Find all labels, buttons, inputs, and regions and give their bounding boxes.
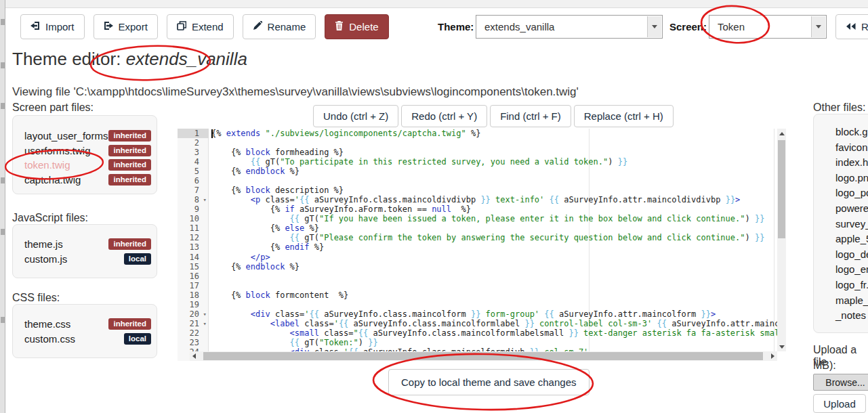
code-line-14: </p> [211,253,270,262]
rename-button[interactable]: Rename [243,14,316,39]
rename-label: Rename [268,21,306,32]
other-file-logo-pn[interactable]: logo.pn [814,171,868,186]
code-line-3: {% block formheading %} [211,148,344,157]
browse-button[interactable]: Browse... [813,374,868,391]
chevron-down-icon [811,16,825,37]
local-badge: local [124,253,151,265]
clipped-left-panel [0,0,5,413]
line-number-7: 7 [178,186,209,195]
theme-select[interactable]: extends_vanilla [476,15,663,39]
inherited-badge: inherited [108,174,151,186]
vertical-scrollbar[interactable] [777,129,786,351]
window-top-strip [5,0,868,8]
copy-to-local-theme-button[interactable]: Copy to local theme and save changes [388,369,590,395]
redo-button[interactable]: Redo (ctrl + Y) [401,105,487,127]
other-file-favicon-[interactable]: favicon. [814,140,868,156]
return-button[interactable]: Retu [835,14,868,39]
file-item-custom-css[interactable]: custom.csslocal [13,332,157,347]
line-number-22: 22 [178,328,209,338]
line-number-5: 5 [178,167,209,176]
fold-arrow-icon[interactable]: ▾ [203,195,207,204]
other-file-survey-[interactable]: survey_ [814,217,868,232]
line-number-20: 20▾ [178,309,209,319]
screen-select-value: Token [718,21,745,32]
vertical-scroll-thumb[interactable] [778,140,785,238]
line-number-3: 3 [178,148,209,157]
scroll-down-icon [779,345,785,349]
other-file-powered[interactable]: powered [814,201,868,217]
export-button[interactable]: Export [94,14,158,39]
scroll-left-icon [192,353,196,359]
find-button[interactable]: Find (ctrl + F) [490,105,571,127]
return-label: Retu [861,21,868,32]
css-files-panel: theme.cssinheritedcustom.csslocal [12,304,157,358]
editor-toolbar: Undo (ctrl + Z) Redo (ctrl + Y) Find (ct… [313,105,674,127]
line-number-14: 14 [178,253,209,262]
other-file-block-gi[interactable]: block.gi [814,125,868,140]
editor-ruler-120 [774,129,774,351]
copy-icon [177,21,186,32]
line-number-1: 1 [178,129,209,138]
file-item-userforms-twig[interactable]: userforms.twiginherited [13,144,157,158]
code-line-11: {% else %} [211,223,319,233]
chevron-down-icon [647,16,661,37]
inherited-badge: inherited [108,159,151,171]
other-file-maple-[interactable]: maple_ [814,293,868,309]
code-line-13: {% endif %} [211,242,324,252]
file-name: theme.css [24,318,70,330]
file-item-captcha-twig[interactable]: captcha.twiginherited [13,173,157,188]
undo-button[interactable]: Undo (ctrl + Z) [313,105,398,127]
code-line-20: <div class='{{ aSurveyInfo.class.maincol… [211,309,716,319]
file-item-layout-user-forms-twig[interactable]: layout_user_forms.twiginherited [13,129,157,144]
file-item-theme-js[interactable]: theme.jsinherited [13,237,157,252]
fold-arrow-icon[interactable]: ▾ [203,319,207,328]
code-line-5: {% endblock %} [211,167,299,176]
code-line-22: <small class="{{ aSurveyInfo.class.mainc… [211,328,786,338]
line-number-17: 17 [178,281,209,290]
extend-label: Extend [192,21,224,32]
file-name: custom.css [24,333,75,345]
code-line-15: {% endblock %} [211,262,299,271]
delete-button[interactable]: Delete [325,14,388,39]
code-line-7: {% block description %} [211,186,344,195]
css-files-header: CSS files: [12,292,60,304]
text-cursor [211,129,213,138]
horizontal-scroll-thumb[interactable] [203,352,763,360]
delete-label: Delete [349,21,378,32]
screen-select[interactable]: Token [709,15,827,39]
trash-icon [335,21,344,32]
line-number-18: 18 [178,290,209,300]
other-file-logo-de[interactable]: logo_de [814,247,868,263]
theme-select-label: Theme: [438,21,474,32]
other-file-index-ht[interactable]: index.ht [814,155,868,171]
other-file-apple-5[interactable]: apple_5 [814,232,868,247]
rewind-icon [846,21,856,32]
fold-arrow-icon[interactable]: ▾ [203,309,207,319]
line-number-2: 2 [178,138,209,148]
line-number-12: 12 [178,233,209,242]
import-button[interactable]: Import [20,14,85,39]
line-number-13: 13 [178,242,209,252]
other-file-logo-en[interactable]: logo_en [814,262,868,278]
replace-button[interactable]: Replace (ctrl + H) [574,105,674,127]
local-badge: local [124,333,151,345]
file-item-token-twig[interactable]: token.twiginherited [13,158,157,173]
screen-select-label: Screen: [669,21,707,32]
export-icon [104,21,113,32]
other-file-logo-po[interactable]: logo_po [814,186,868,201]
horizontal-scrollbar[interactable] [190,351,777,361]
extend-button[interactable]: Extend [167,14,234,39]
other-files-panel: block.gifavicon.index.htlogo.pnlogo_popo… [813,114,868,333]
code-line-9: {% if aSurveyInfo.aForm.token == null %} [211,204,471,214]
line-number-16: 16 [178,271,209,281]
export-label: Export [119,21,148,32]
file-item-custom-js[interactable]: custom.jslocal [13,252,157,267]
other-file-logo-fr-[interactable]: logo_fr. [814,278,868,293]
other-file--notes[interactable]: _notes [814,308,868,324]
code-editor[interactable]: 12345678▾91011121314151617181920▾21▾2223… [178,129,786,361]
page-title-prefix: Theme editor: [12,49,121,69]
file-item-theme-css[interactable]: theme.cssinherited [13,317,157,332]
code-line-10: {{ gT("If you have been issued a token, … [211,214,764,223]
line-number-4: 4 [178,157,209,167]
upload-button[interactable]: Upload [813,394,866,413]
